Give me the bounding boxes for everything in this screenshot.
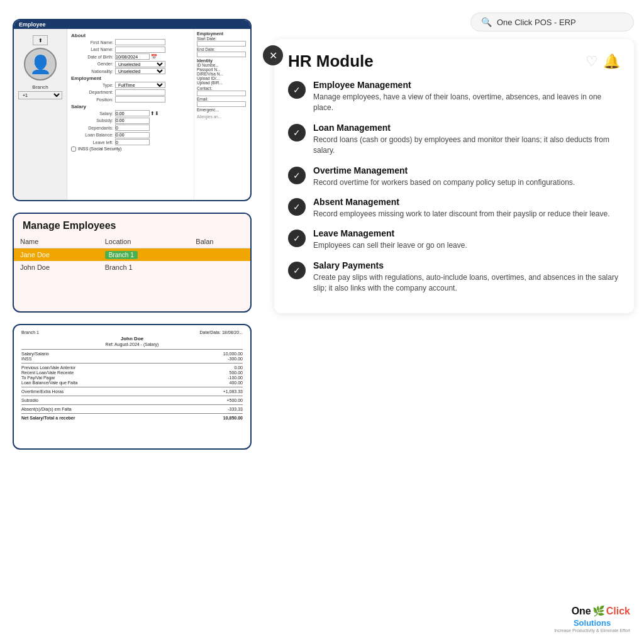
table-row[interactable]: John Doe Branch 1	[14, 261, 250, 274]
recent-loan-label: Recent Loan/Vale Recente	[21, 370, 74, 375]
employees-table-body: Jane Doe Branch 1 John Doe Branch 1	[14, 248, 250, 274]
feature-content-4: Absent Management Record employees missi…	[313, 197, 610, 219]
last-name-row: Last Name:	[71, 47, 190, 53]
loan-balance-label: Loan Balance/Vale que Falta	[21, 380, 77, 385]
salary-spinner[interactable]: ⬆⬇	[150, 111, 159, 116]
absent-section: Absent(s)/Dia(s) em Falta -333.33	[21, 407, 243, 411]
upload-bir-label: Upload (BIR...	[197, 80, 248, 85]
overtime-row: Overtime/Extra Horas +1,083.33	[21, 389, 243, 394]
search-bar[interactable]: 🔍 One Click POS - ERP	[470, 13, 634, 31]
salary-row: Salary: ⬆⬇	[71, 110, 190, 116]
manage-employees-header: Manage Employees	[14, 214, 250, 235]
inss-checkbox[interactable]	[71, 147, 76, 152]
type-select[interactable]: FullTime	[115, 82, 165, 88]
dob-row: Date of Birth: 📅	[71, 53, 190, 60]
check-icon-1: ✓	[288, 81, 306, 99]
search-icon: 🔍	[481, 17, 492, 27]
to-pay-label: To Pay/Vai Pagar	[21, 375, 55, 380]
passport-label: Passport N...	[197, 67, 248, 72]
calendar-icon[interactable]: 📅	[151, 54, 157, 60]
type-label: Type:	[71, 83, 115, 87]
search-bar-wrap: 🔍 One Click POS - ERP	[274, 13, 634, 31]
prev-loan-row: Previous Loan/Vale Anterior 0.00	[21, 365, 243, 370]
loan-section: Previous Loan/Vale Anterior 0.00 Recent …	[21, 365, 243, 385]
department-row: Department:	[71, 89, 190, 96]
dependants-input[interactable]	[115, 125, 150, 131]
inss-label: INSS (Social Security)	[78, 147, 121, 151]
salary-section: Salary	[71, 104, 190, 109]
logo-area: One 🌿 Click Solutions Increase Productiv…	[554, 605, 630, 633]
employee-form-fields: About First Name: Last Name: Date of Bir…	[67, 29, 194, 201]
location-badge: Branch 1	[105, 251, 138, 259]
payslip-card: Branch 1 Date/Data: 18/08/20... John Doe…	[13, 324, 252, 450]
divider3	[21, 387, 243, 387]
divider6	[21, 413, 243, 414]
loan-balance-input[interactable]	[115, 132, 150, 138]
absent-value: -333.33	[228, 407, 243, 411]
email-input[interactable]	[197, 101, 246, 107]
leave-left-label: Leave left:	[71, 140, 115, 145]
leave-left-input[interactable]	[115, 139, 150, 145]
avatar-icon: 👤	[30, 54, 52, 75]
inss-label: INSS	[21, 357, 31, 361]
loan-balance-value: 400.00	[230, 380, 243, 385]
logo-solutions: Solutions	[554, 617, 630, 628]
leave-left-row: Leave left:	[71, 139, 190, 145]
hr-module-title: HR Module	[288, 52, 374, 71]
employee-form-card: Employee ⬆ 👤 Branch +1 About First	[13, 19, 252, 201]
card1-body: ⬆ 👤 Branch +1 About First Name: Last N	[14, 29, 250, 201]
position-label: Position:	[71, 97, 115, 102]
employee-location: Branch 1	[99, 248, 190, 262]
about-section: About	[71, 33, 190, 38]
manage-employees-title: Manage Employees	[23, 220, 242, 231]
heart-icon[interactable]: ♡	[586, 53, 598, 70]
upload-icon[interactable]: ⬆	[33, 35, 48, 45]
subsidy-input[interactable]	[115, 118, 150, 124]
divider1	[21, 349, 243, 350]
subsidy-label: Subsidy:	[71, 118, 115, 123]
gender-select[interactable]: Unselected	[115, 61, 165, 67]
last-name-label: Last Name:	[71, 47, 115, 52]
employee-name: John Doe	[14, 261, 99, 274]
card1-header: Employee	[14, 20, 250, 29]
table-row[interactable]: Jane Doe Branch 1	[14, 248, 250, 262]
feature-content-5: Leave Management Employees can sell thei…	[313, 228, 467, 251]
salary-input[interactable]	[115, 110, 150, 116]
salary-value: 10,000.00	[223, 352, 243, 356]
last-name-input[interactable]	[115, 47, 165, 53]
gender-label: Gender:	[71, 62, 115, 66]
hr-card-container: ✕ HR Module ♡ 🔔 ✓ Employee Management Ma…	[274, 39, 634, 313]
nationality-select[interactable]: Unselected	[115, 68, 165, 74]
department-input[interactable]	[115, 89, 165, 96]
right-panel: 🔍 One Click POS - ERP ✕ HR Module ♡ 🔔 ✓ …	[264, 0, 644, 644]
loan-balance-row: Loan Balance/Vale que Falta 400.00	[21, 380, 243, 385]
feature-item-loan-management: ✓ Loan Management Record loans (cash or …	[288, 123, 620, 157]
branch-select[interactable]: +1	[18, 91, 62, 99]
feature-content-6: Salary Payments Create pay slips with re…	[313, 260, 620, 294]
feature-title-1: Employee Management	[313, 80, 620, 90]
end-date-input[interactable]	[197, 52, 246, 57]
col-name: Name	[14, 235, 99, 248]
check-icon-5: ✓	[288, 230, 306, 247]
prev-loan-value: 0.00	[234, 365, 243, 370]
recent-loan-row: Recent Loan/Vale Recente 500.00	[21, 370, 243, 375]
subsidy-value: +500.00	[227, 398, 243, 402]
feature-desc-2: Record loans (cash or goods) by employee…	[313, 135, 620, 157]
close-button[interactable]: ✕	[263, 45, 283, 65]
salary-label: Salary/Salario	[21, 352, 49, 356]
feature-title-6: Salary Payments	[313, 260, 620, 270]
position-input[interactable]	[115, 96, 165, 103]
id-number-label: ID Numbe...	[197, 63, 248, 67]
avatar: 👤	[24, 48, 57, 80]
bell-icon[interactable]: 🔔	[603, 53, 620, 70]
divider4	[21, 396, 243, 396]
contact-input[interactable]	[197, 91, 246, 96]
overtime-label: Overtime/Extra Horas	[21, 389, 64, 394]
dob-input[interactable]	[115, 53, 150, 60]
feature-desc-3: Record overtime for workers based on com…	[313, 177, 575, 188]
start-date-input[interactable]	[197, 41, 246, 47]
first-name-input[interactable]	[115, 39, 165, 45]
absent-row: Absent(s)/Dia(s) em Falta -333.33	[21, 407, 243, 411]
net-salary-value: 10,850.00	[223, 416, 243, 420]
overtime-value: +1,083.33	[223, 389, 243, 394]
